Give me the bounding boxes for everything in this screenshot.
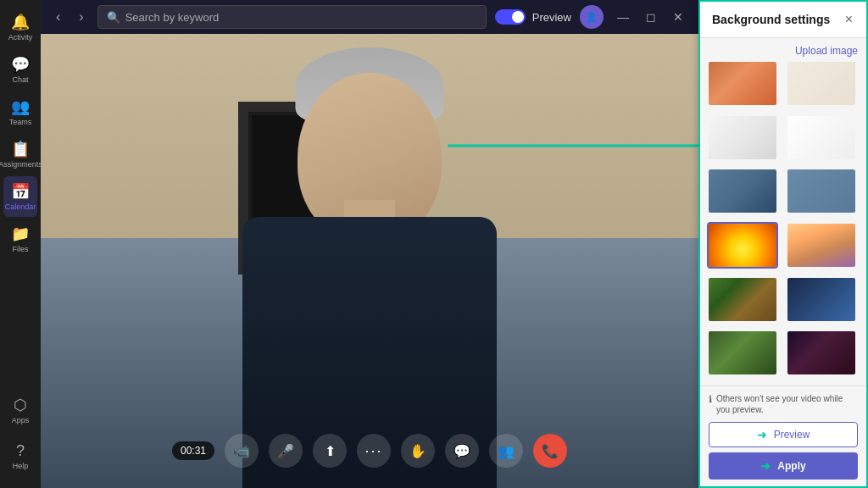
search-icon: 🔍 — [107, 11, 120, 24]
preview-toggle[interactable] — [495, 9, 526, 25]
background-settings-panel: Background settings × Upload image — [698, 0, 868, 488]
notice-text: Others won't see your video while you pr… — [716, 393, 858, 415]
calendar-icon: 📅 — [11, 182, 30, 201]
bg-minecraft-preview — [709, 278, 776, 321]
more-options-button[interactable]: ··· — [357, 434, 391, 468]
close-button[interactable]: ✕ — [668, 8, 688, 25]
panel-title: Background settings — [712, 13, 830, 26]
bg-purple-mtn-preview — [787, 224, 855, 267]
bg-thumb-dark-fantasy[interactable] — [786, 330, 857, 376]
sidebar-item-chat-label: Chat — [12, 75, 28, 84]
bg-office-detail-preview — [787, 169, 855, 213]
raise-hand-button[interactable]: ✋ — [401, 434, 435, 468]
chat-icon: 💬 — [11, 55, 30, 74]
chat-button[interactable]: 💬 — [445, 434, 479, 468]
search-bar[interactable]: 🔍 Search by keyword — [97, 5, 487, 29]
apps-icon: ⬡ — [14, 396, 27, 414]
bg-thumb-office-detail[interactable] — [786, 168, 857, 214]
preview-toggle-group: Preview — [495, 9, 571, 25]
avatar-initial: 👤 — [586, 12, 598, 23]
minimize-button[interactable]: — — [612, 8, 634, 25]
sidebar-item-teams-label: Teams — [9, 118, 32, 126]
bg-cream-preview — [787, 62, 855, 105]
sidebar-item-help[interactable]: ? Help — [3, 435, 37, 476]
call-controls: 00:31 📹 🎤 ⬆ ··· ✋ 💬 👥 📞 — [41, 434, 698, 468]
bg-office-preview — [709, 169, 776, 213]
help-icon: ? — [16, 442, 25, 460]
bg-dark-fantasy-preview — [787, 331, 855, 374]
assignments-icon: 📋 — [11, 140, 30, 158]
footer-notice: ℹ Others won't see your video while you … — [709, 393, 858, 415]
files-icon: 📁 — [11, 225, 30, 243]
background-grid — [700, 60, 866, 385]
apply-button[interactable]: ➜ Apply — [709, 452, 858, 480]
participants-button[interactable]: 👥 — [489, 434, 523, 468]
sidebar-item-calendar-label: Calendar — [5, 202, 36, 211]
bg-thumb-orange[interactable] — [707, 60, 778, 107]
bg-thumb-tech[interactable] — [786, 276, 857, 323]
video-background — [41, 34, 698, 488]
teams-icon: 👥 — [11, 97, 30, 116]
panel-footer: ℹ Others won't see your video while you … — [700, 385, 866, 486]
sidebar-item-activity-label: Activity — [8, 33, 33, 42]
bg-thumb-white2[interactable] — [786, 114, 857, 161]
panel-header: Background settings × — [700, 2, 866, 38]
bg-thumb-purple-mtn[interactable] — [786, 222, 857, 269]
back-button[interactable]: ‹ — [51, 6, 65, 28]
bg-thumb-yellow[interactable] — [707, 222, 778, 269]
topbar: ‹ › 🔍 Search by keyword Preview 👤 — ◻ ✕ — [41, 0, 698, 34]
mic-button[interactable]: 🎤 — [269, 434, 303, 468]
end-call-button[interactable]: 📞 — [533, 434, 567, 468]
sidebar-item-help-label: Help — [13, 462, 29, 470]
bg-yellow-preview — [709, 224, 776, 267]
sidebar-item-activity[interactable]: 🔔 Activity — [3, 7, 37, 47]
sidebar-item-chat[interactable]: 💬 Chat — [3, 49, 37, 90]
bg-thumb-mc2[interactable] — [707, 330, 778, 376]
info-icon: ℹ — [709, 394, 712, 405]
person-body — [158, 81, 581, 488]
bg-white-room-preview — [709, 116, 776, 159]
activity-icon: 🔔 — [11, 13, 30, 31]
bg-orange-preview — [709, 62, 776, 105]
sidebar-item-apps[interactable]: ⬡ Apps — [3, 390, 37, 430]
camera-button[interactable]: 📹 — [225, 434, 259, 468]
bg-tech-preview — [787, 278, 855, 321]
sidebar-item-files-label: Files — [12, 245, 28, 253]
user-avatar[interactable]: 👤 — [580, 5, 604, 29]
preview-button[interactable]: ➜ Preview — [709, 422, 858, 447]
preview-arrow-icon: ➜ — [757, 428, 767, 441]
upload-row: Upload image — [700, 38, 866, 60]
sidebar-item-files[interactable]: 📁 Files — [3, 219, 37, 259]
apply-arrow-icon: ➜ — [760, 459, 771, 473]
search-placeholder: Search by keyword — [125, 11, 220, 24]
sidebar-item-apps-label: Apps — [12, 416, 30, 424]
bg-thumb-white-room[interactable] — [707, 114, 778, 161]
bg-mc2-preview — [709, 331, 776, 374]
sidebar: 🔔 Activity 💬 Chat 👥 Teams 📋 Assignments … — [0, 0, 41, 488]
bg-thumb-minecraft[interactable] — [707, 276, 778, 323]
apply-btn-label: Apply — [777, 460, 805, 472]
sidebar-item-calendar[interactable]: 📅 Calendar — [3, 176, 37, 217]
call-timer: 00:31 — [172, 441, 214, 460]
bg-thumb-cream[interactable] — [786, 60, 857, 107]
video-area — [41, 34, 698, 488]
sidebar-item-assignments-label: Assignments — [0, 160, 42, 169]
forward-button[interactable]: › — [74, 6, 88, 28]
restore-button[interactable]: ◻ — [641, 8, 661, 25]
bg-thumb-office[interactable] — [707, 168, 778, 214]
preview-btn-label: Preview — [774, 429, 810, 441]
bg-white2-preview — [787, 116, 855, 159]
upload-image-button[interactable]: Upload image — [795, 45, 858, 57]
panel-close-button[interactable]: × — [843, 12, 854, 27]
window-controls: — ◻ ✕ — [612, 8, 688, 25]
preview-label: Preview — [532, 11, 571, 24]
sidebar-item-teams[interactable]: 👥 Teams — [3, 92, 37, 132]
share-screen-button[interactable]: ⬆ — [313, 434, 347, 468]
sidebar-item-assignments[interactable]: 📋 Assignments — [3, 134, 37, 175]
